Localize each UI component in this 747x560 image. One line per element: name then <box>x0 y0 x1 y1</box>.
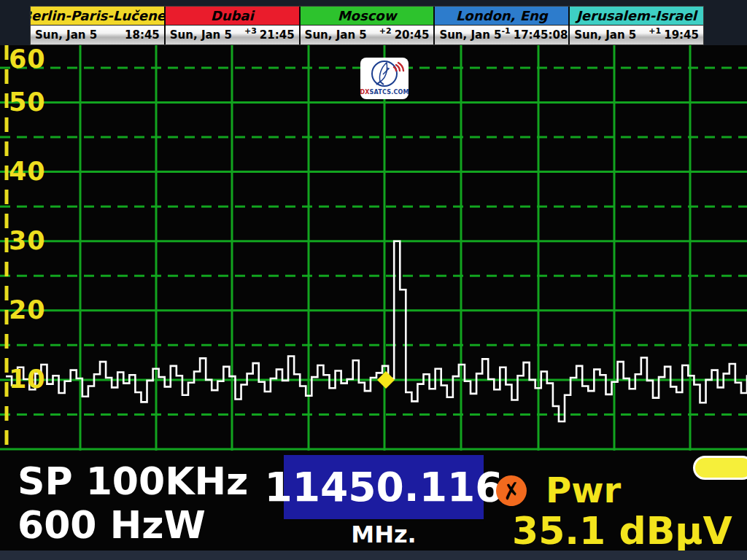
power-label: Pwr <box>546 470 621 510</box>
clock-cell-london: London, Eng Sun, Jan 5 -1 17:45:08 <box>435 7 570 44</box>
span-label: SP 100KHz <box>18 461 248 502</box>
bottom-frame-strip <box>0 551 747 560</box>
yellow-pill-button[interactable] <box>693 456 747 480</box>
spectrum-analyzer-screen: { "clock_bar": { "clocks": [ { "city": "… <box>0 0 747 560</box>
clock-time: 18:45 <box>125 28 160 42</box>
clock-cell-berlin: Berlin-Paris-Lučenec Sun, Jan 5 18:45 <box>31 7 166 44</box>
y-tick-label: 40 <box>9 159 46 184</box>
bandwidth-label: 600 HzW <box>18 505 206 545</box>
frequency-unit-label: MHz. <box>284 521 484 548</box>
logo-text: DXSATCS.COM <box>360 89 409 96</box>
clock-city-label: Moscow <box>301 7 434 26</box>
clock-city-label: Berlin-Paris-Lučenec <box>31 7 164 26</box>
dxsatcs-logo: DXSATCS.COM <box>360 58 409 99</box>
clock-cell-moscow: Moscow Sun, Jan 5 +2 20:45 <box>301 7 436 44</box>
clock-city-label: Jerusalem-Israel <box>570 7 703 26</box>
clock-time: 17:45:08 <box>514 28 568 42</box>
clock-date: Sun, Jan 5 <box>439 28 501 42</box>
clock-time: 19:45 <box>664 28 699 42</box>
clock-city-label: London, Eng <box>435 7 568 26</box>
y-tick-label: 30 <box>9 228 46 254</box>
world-clock-bar: Berlin-Paris-Lučenec Sun, Jan 5 18:45 Du… <box>30 6 704 45</box>
y-tick-label: 10 <box>9 367 46 392</box>
readout-bar: SP 100KHz 600 HzW 11450.116 MHz. ✗ Pwr 3… <box>0 451 747 551</box>
satellite-dish-icon <box>363 58 406 89</box>
clock-utc-offset: +1 <box>649 26 661 36</box>
clock-time: 21:45 <box>260 28 295 42</box>
clock-city-label: Dubai <box>166 7 299 26</box>
clock-date: Sun, Jan 5 <box>35 28 122 42</box>
clock-date: Sun, Jan 5 <box>305 28 379 42</box>
clock-date: Sun, Jan 5 <box>574 28 649 42</box>
clock-time: 20:45 <box>395 28 430 42</box>
clock-utc-offset: -1 <box>502 26 511 36</box>
y-tick-label: 50 <box>9 90 46 115</box>
power-value: 35.1 dBµV <box>512 509 732 553</box>
y-tick-label: 60 <box>9 47 46 72</box>
spectrum-plot: 605040302010 <box>0 45 747 451</box>
clock-utc-offset: +3 <box>244 26 257 36</box>
spectrum-trace <box>6 241 747 421</box>
spectrum-svg <box>0 45 747 451</box>
frequency-value: 11450.116 <box>264 464 503 510</box>
frequency-display[interactable]: 11450.116 <box>284 455 484 519</box>
clock-utc-offset: +2 <box>379 26 392 36</box>
y-tick-label: 20 <box>9 298 46 323</box>
clock-cell-dubai: Dubai Sun, Jan 5 +3 21:45 <box>166 7 301 44</box>
clock-date: Sun, Jan 5 <box>170 28 244 42</box>
clock-cell-jerusalem: Jerusalem-Israel Sun, Jan 5 +1 19:45 <box>570 7 703 44</box>
